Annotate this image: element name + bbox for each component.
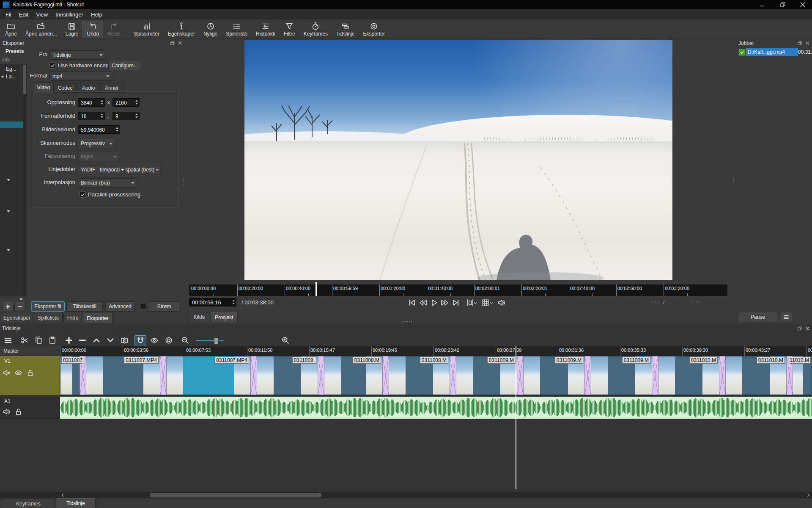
stream-checkbox[interactable] bbox=[140, 303, 146, 309]
timeline-clip[interactable]: 0311008.M bbox=[386, 356, 453, 395]
player-ruler[interactable]: 00:00:00:00 00:00:20:00 00:00:40:00 00:0… bbox=[189, 284, 727, 296]
timeline-ruler[interactable]: 00:00:00:00 00:00:03:56 00:00:07:53 00:0… bbox=[60, 346, 812, 356]
aspect-height-spinbox[interactable]: 9 bbox=[112, 112, 140, 120]
redo-button[interactable]: Redo bbox=[103, 21, 124, 38]
tab-tidslinje[interactable]: Tidslinje bbox=[56, 498, 96, 508]
menu-innstillinger[interactable]: Innstillinger bbox=[52, 10, 87, 19]
undo-button[interactable]: Undo bbox=[82, 21, 103, 38]
pause-button[interactable]: Pause bbox=[738, 312, 778, 322]
transition-clip[interactable] bbox=[160, 356, 167, 395]
properties-button[interactable]: Egenskaper bbox=[164, 21, 199, 38]
skip-to-start-button[interactable] bbox=[407, 298, 417, 307]
stream-button[interactable]: Strøm bbox=[149, 301, 179, 312]
add-preset-button[interactable] bbox=[2, 302, 14, 311]
ripple-markers-button[interactable] bbox=[164, 335, 173, 345]
scroll-left-icon[interactable] bbox=[60, 493, 65, 499]
scroll-right-icon[interactable] bbox=[806, 493, 811, 499]
append-button[interactable] bbox=[64, 335, 74, 345]
master-track-header[interactable]: Master bbox=[0, 346, 60, 356]
tab-prosjekt[interactable]: Prosjekt bbox=[211, 312, 238, 323]
track-lock-icon[interactable] bbox=[26, 369, 34, 377]
tab-filtre[interactable]: Filtre bbox=[63, 313, 82, 323]
tree-expander-icon[interactable] bbox=[7, 249, 10, 251]
parallel-processing-checkbox[interactable] bbox=[80, 191, 86, 198]
filters-button[interactable]: Filtre bbox=[280, 21, 299, 38]
timeline-clip[interactable]: 0311009.M bbox=[453, 356, 520, 395]
export-file-button[interactable]: Eksporter fil bbox=[31, 301, 65, 312]
rewind-button[interactable] bbox=[418, 298, 428, 307]
tab-kilde[interactable]: Kilde bbox=[189, 312, 209, 322]
tree-expander-icon[interactable] bbox=[7, 210, 10, 213]
timeline-clip[interactable]: 0311009.M bbox=[520, 356, 588, 395]
transition-clip[interactable] bbox=[382, 356, 389, 395]
transition-clip[interactable] bbox=[584, 356, 591, 395]
track-hide-icon[interactable] bbox=[14, 369, 22, 377]
timeline-clip[interactable]: 0311009.M bbox=[588, 356, 655, 395]
tab-eksporter[interactable]: Eksporter bbox=[83, 313, 112, 324]
advanced-button[interactable]: Advanced bbox=[105, 301, 135, 312]
track-mute-icon[interactable] bbox=[3, 369, 11, 377]
overwrite-button[interactable] bbox=[106, 335, 115, 345]
timeline-clip-selected[interactable]: 0311007.MP4 bbox=[163, 356, 254, 395]
track-lock-icon[interactable] bbox=[14, 408, 22, 416]
zoom-slider-thumb[interactable] bbox=[214, 337, 219, 345]
tab-spilleliste[interactable]: Spilleliste bbox=[34, 313, 63, 323]
tab-video[interactable]: Video bbox=[34, 82, 53, 93]
transition-clip[interactable] bbox=[652, 356, 658, 395]
job-item[interactable]: D:/Kall...ggi.mp4 bbox=[746, 48, 798, 56]
float-panel-icon[interactable] bbox=[797, 326, 802, 331]
float-panel-icon[interactable] bbox=[797, 40, 802, 46]
preset-tree-scrollbar[interactable] bbox=[23, 64, 27, 296]
timeline-clip[interactable]: 0311008.M bbox=[321, 356, 386, 395]
transition-clip[interactable] bbox=[318, 356, 324, 395]
zoom-out-button[interactable] bbox=[181, 335, 190, 345]
audio-track-a1[interactable] bbox=[60, 397, 812, 419]
current-time-spinbox[interactable]: 00:00:56:16 bbox=[189, 298, 236, 306]
timeline-clip[interactable]: 0311007.MP4 bbox=[83, 356, 163, 395]
menu-edit[interactable]: Edit bbox=[15, 10, 32, 19]
peak-meter-button[interactable]: Spissmeter bbox=[130, 21, 164, 38]
open-button[interactable]: Åpne bbox=[1, 21, 21, 38]
minimize-button[interactable] bbox=[751, 0, 772, 9]
close-window-button[interactable] bbox=[793, 0, 812, 9]
float-panel-icon[interactable] bbox=[170, 40, 175, 46]
interpolation-combobox[interactable]: Biliniær (bra) bbox=[78, 178, 137, 188]
tab-keyframes[interactable]: Keyframes bbox=[2, 499, 55, 508]
preset-search-input[interactable] bbox=[1, 56, 23, 63]
timeline-clip[interactable]: 0311010.M bbox=[722, 356, 790, 395]
close-panel-icon[interactable] bbox=[177, 40, 183, 46]
aspect-width-spinbox[interactable]: 16 bbox=[78, 112, 105, 120]
video-track-header-v1[interactable]: V1 bbox=[0, 356, 60, 396]
history-button[interactable]: Historikk bbox=[252, 21, 280, 38]
menu-view[interactable]: View bbox=[32, 10, 52, 19]
tab-egenskaper[interactable]: Egenskaper bbox=[1, 313, 33, 323]
lift-button[interactable] bbox=[92, 335, 101, 345]
scan-mode-combobox[interactable]: Progressiv bbox=[78, 139, 115, 148]
resolution-width-spinbox[interactable]: 3840 bbox=[78, 98, 105, 107]
recent-button[interactable]: Nylige bbox=[199, 21, 222, 38]
in-out-caret-icon[interactable] bbox=[473, 298, 478, 307]
save-button[interactable]: Lagre bbox=[61, 21, 83, 38]
tree-expander-icon[interactable] bbox=[7, 179, 10, 181]
menu-fil[interactable]: Fil bbox=[2, 10, 15, 19]
zoom-slider[interactable] bbox=[196, 340, 224, 341]
preset-tree-selected-row[interactable] bbox=[0, 121, 23, 128]
close-panel-icon[interactable] bbox=[804, 40, 810, 46]
player-playhead[interactable] bbox=[315, 282, 317, 296]
timeline-clip[interactable]: 0311008. bbox=[254, 356, 321, 395]
close-panel-icon[interactable] bbox=[804, 326, 810, 331]
timeline-clip[interactable]: 0311010.M bbox=[655, 356, 722, 395]
tree-bottom-caret-icon[interactable] bbox=[19, 298, 23, 301]
transition-clip[interactable] bbox=[517, 356, 524, 395]
audio-track-header-a1[interactable]: A1 bbox=[0, 397, 60, 419]
skip-to-end-button[interactable] bbox=[451, 298, 461, 307]
export-button[interactable]: Eksporter bbox=[359, 21, 389, 38]
restore-button[interactable] bbox=[772, 0, 793, 9]
horizontal-splitter-handle[interactable] bbox=[403, 321, 412, 322]
remove-preset-button[interactable] bbox=[14, 302, 26, 311]
scrub-while-dragging-button[interactable] bbox=[150, 335, 159, 345]
left-splitter-handle[interactable] bbox=[183, 178, 184, 185]
configure-button[interactable]: Configure... bbox=[108, 61, 141, 70]
split-button[interactable] bbox=[120, 335, 129, 345]
format-combobox[interactable]: mp4 bbox=[49, 72, 112, 81]
